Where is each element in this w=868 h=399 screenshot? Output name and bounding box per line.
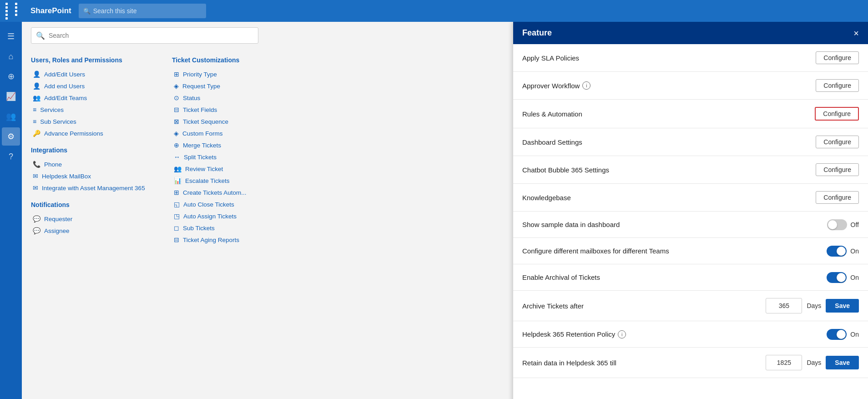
chatbot-bubble-configure-button[interactable]: Configure — [816, 163, 859, 176]
rules-automation-configure-button[interactable]: Configure — [815, 107, 859, 121]
menu-services[interactable]: ≡ Services — [31, 104, 158, 116]
archive-after-days-label: Days — [807, 302, 821, 309]
menu-sub-services[interactable]: ≡ Sub Services — [31, 116, 158, 127]
menu-label: Escalate Tickets — [185, 177, 230, 184]
top-search-input[interactable] — [79, 4, 206, 18]
menu-label: Auto Assign Tickets — [183, 213, 237, 220]
retention-policy-toggle-label: On — [850, 331, 859, 338]
review-icon: 👥 — [174, 165, 182, 172]
integrations-title: Integrations — [31, 146, 158, 154]
feature-row-retain-data: Retain data in Helpdesk 365 till Days Sa… — [513, 348, 868, 378]
menu-helpdesk-mailbox[interactable]: ✉ Helpdesk MailBox — [31, 170, 158, 182]
menu-label: Merge Tickets — [183, 142, 221, 149]
menu-label: Ticket Aging Reports — [183, 237, 239, 243]
menu-label: Helpdesk MailBox — [42, 173, 91, 180]
menu-merge-tickets[interactable]: ⊕ Merge Tickets — [172, 139, 272, 151]
sidebar-people[interactable]: 👥 — [2, 107, 20, 126]
enable-archival-toggle[interactable] — [827, 272, 847, 283]
archive-after-input[interactable] — [766, 298, 802, 313]
menu-escalate-tickets[interactable]: 📊 Escalate Tickets — [172, 175, 272, 187]
menu-label: Custom Forms — [182, 130, 223, 137]
menu-auto-assign-tickets[interactable]: ◳ Auto Assign Tickets — [172, 210, 272, 222]
menu-phone[interactable]: 📞 Phone — [31, 158, 158, 170]
approver-workflow-configure-button[interactable]: Configure — [816, 79, 859, 92]
phone-icon: 📞 — [33, 161, 40, 168]
menu-priority-type[interactable]: ⊞ Priority Type — [172, 68, 272, 80]
feature-row-rules-automation: Rules & Automation Configure — [513, 100, 868, 128]
menu-split-tickets[interactable]: ↔ Split Tickets — [172, 151, 272, 163]
feature-row-knowledgebase: Knowledgebase Configure — [513, 184, 868, 212]
sidebar-search[interactable]: ⊕ — [2, 67, 20, 86]
team-icon: 👥 — [33, 94, 40, 101]
menu-ticket-fields[interactable]: ⊟ Ticket Fields — [172, 104, 272, 116]
menu-label: Integrate with Asset Management 365 — [42, 185, 145, 192]
retention-policy-toggle[interactable] — [827, 329, 847, 340]
show-sample-data-toggle-label: Off — [851, 221, 859, 228]
dashboard-settings-label: Dashboard Settings — [522, 138, 582, 146]
chat-icon: 💬 — [33, 227, 40, 234]
retain-data-days-label: Days — [807, 359, 821, 366]
menu-requester[interactable]: 💬 Requester — [31, 213, 158, 225]
menu-sub-tickets[interactable]: ◻ Sub Tickets — [172, 222, 272, 234]
menu-integrate-asset[interactable]: ✉ Integrate with Asset Management 365 — [31, 182, 158, 194]
menu-create-tickets-auto[interactable]: ⊞ Create Tickets Autom... — [172, 187, 272, 198]
menu-assignee[interactable]: 💬 Assignee — [31, 225, 158, 237]
archive-after-save-button[interactable]: Save — [826, 299, 859, 313]
menu-request-type[interactable]: ◈ Request Type — [172, 80, 272, 92]
menu-ticket-aging-reports[interactable]: ⊟ Ticket Aging Reports — [172, 234, 272, 246]
sidebar-hamburger[interactable]: ☰ — [2, 27, 20, 45]
secondary-search-input[interactable] — [49, 32, 253, 39]
feature-panel: Feature × Apply SLA Policies Configure A… — [513, 22, 868, 399]
rules-automation-label: Rules & Automation — [522, 110, 582, 118]
menu-label: Sub Tickets — [183, 225, 215, 232]
menu-label: Ticket Fields — [183, 106, 217, 113]
sidebar-chart[interactable]: 📈 — [2, 87, 20, 106]
menu-custom-forms[interactable]: ◈ Custom Forms — [172, 127, 272, 139]
app-title: SharePoint — [30, 6, 71, 15]
approver-workflow-info-icon[interactable]: i — [582, 81, 590, 90]
menu-ticket-sequence[interactable]: ⊠ Ticket Sequence — [172, 116, 272, 127]
dashboard-settings-configure-button[interactable]: Configure — [816, 136, 859, 148]
menu-add-edit-teams[interactable]: 👥 Add/Edit Teams — [31, 92, 158, 104]
menu-label: Ticket Sequence — [183, 118, 228, 125]
menu-add-edit-users[interactable]: 👤 Add/Edit Users — [31, 68, 158, 80]
apply-sla-label: Apply SLA Policies — [522, 54, 579, 62]
menu-status[interactable]: ⊙ Status — [172, 92, 272, 104]
sidebar-help[interactable]: ? — [2, 147, 20, 166]
menu-add-end-users[interactable]: 👤 Add end Users — [31, 80, 158, 92]
escalate-icon: 📊 — [174, 177, 182, 184]
sidebar-gear[interactable]: ⚙ — [2, 127, 20, 146]
sub-icon: ◻ — [174, 224, 179, 232]
feature-header: Feature × — [513, 22, 868, 44]
retention-policy-info-icon[interactable]: i — [618, 330, 626, 338]
users-roles-title: Users, Roles and Permissions — [31, 56, 158, 64]
menu-review-ticket[interactable]: 👥 Review Ticket — [172, 163, 272, 175]
menu-label: Add/Edit Teams — [44, 95, 87, 101]
apply-sla-configure-button[interactable]: Configure — [816, 51, 859, 64]
menu-advance-permissions[interactable]: 🔑 Advance Permissions — [31, 127, 158, 139]
mail-icon: ✉ — [33, 184, 38, 192]
show-sample-data-toggle[interactable] — [827, 219, 847, 230]
retention-policy-toggle-wrapper: On — [827, 329, 859, 340]
configure-mailboxes-toggle-wrapper: On — [827, 246, 859, 257]
retain-data-save-button[interactable]: Save — [826, 356, 859, 369]
menu-label: Priority Type — [183, 71, 217, 78]
menu-label: Requester — [44, 216, 72, 222]
configure-mailboxes-toggle[interactable] — [827, 246, 847, 257]
retain-data-input[interactable] — [766, 355, 802, 370]
auto-icon: ⊞ — [174, 189, 179, 196]
menu-auto-close-tickets[interactable]: ◱ Auto Close Tickets — [172, 198, 272, 210]
feature-row-chatbot-bubble: Chatbot Bubble 365 Settings Configure — [513, 156, 868, 184]
feature-row-enable-archival: Enable Archival of Tickets On — [513, 264, 868, 291]
menu-label: Status — [183, 95, 200, 101]
list-icon: ≡ — [33, 118, 36, 125]
knowledgebase-configure-button[interactable]: Configure — [816, 191, 859, 204]
feature-close-button[interactable]: × — [853, 29, 859, 38]
sidebar-home[interactable]: ⌂ — [2, 47, 20, 66]
menu-label: Add/Edit Users — [44, 71, 85, 78]
menu-label: Advance Permissions — [44, 130, 103, 137]
priority-icon: ⊞ — [174, 71, 179, 78]
retain-data-label: Retain data in Helpdesk 365 till — [522, 359, 616, 367]
feature-row-configure-mailboxes: Configure different mailboxes for differ… — [513, 238, 868, 264]
app-launcher-icon[interactable] — [5, 3, 23, 20]
